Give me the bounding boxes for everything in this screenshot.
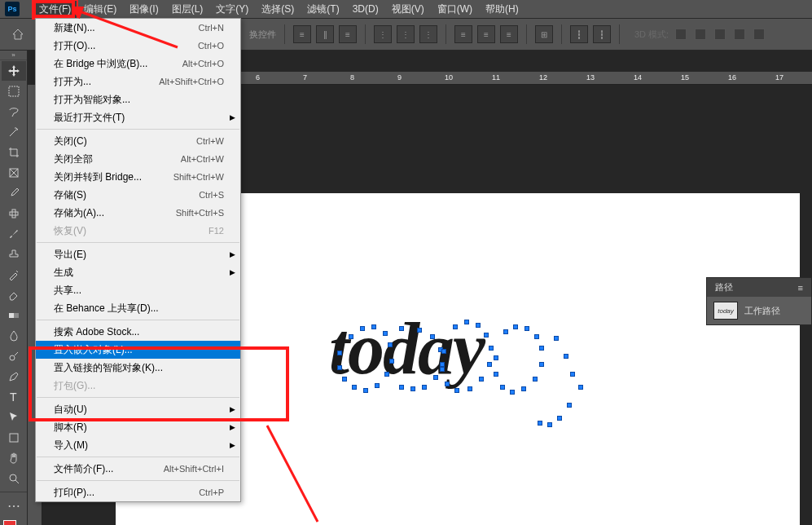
menu-select[interactable]: 选择(S) bbox=[255, 0, 301, 19]
menu-item[interactable]: 在 Bridge 中浏览(B)...Alt+Ctrl+O bbox=[36, 55, 240, 73]
menu-item[interactable]: 关闭(C)Ctrl+W bbox=[36, 132, 240, 150]
zoom-tool[interactable] bbox=[2, 469, 26, 488]
svg-rect-9 bbox=[10, 434, 18, 442]
menu-help[interactable]: 帮助(H) bbox=[479, 0, 525, 19]
align-btn[interactable]: ┇ bbox=[593, 25, 611, 43]
path-item-label: 工作路径 bbox=[744, 305, 780, 317]
menu-edit[interactable]: 编辑(E) bbox=[77, 0, 123, 19]
menu-item[interactable]: 文件简介(F)...Alt+Shift+Ctrl+I bbox=[36, 460, 240, 478]
svg-text:T: T bbox=[10, 390, 17, 404]
3d-icon[interactable] bbox=[695, 29, 706, 40]
shape-tool[interactable] bbox=[2, 428, 26, 448]
menu-view[interactable]: 视图(V) bbox=[385, 0, 431, 19]
menu-item[interactable]: 导出(E)▶ bbox=[36, 245, 240, 263]
menu-item[interactable]: 存储(S)Ctrl+S bbox=[36, 186, 240, 204]
panel-tab-paths[interactable]: 路径 ≡ bbox=[707, 278, 811, 297]
3d-icon[interactable] bbox=[753, 29, 765, 40]
menu-item[interactable]: 打印(P)...Ctrl+P bbox=[36, 483, 240, 501]
crop-tool[interactable] bbox=[2, 143, 26, 162]
menu-item: 打包(G)... bbox=[36, 377, 240, 395]
align-btn[interactable]: ┇ bbox=[570, 25, 588, 43]
svg-point-10 bbox=[10, 474, 16, 481]
menu-item[interactable]: 新建(N)...Ctrl+N bbox=[36, 19, 240, 37]
menu-item[interactable]: 共享... bbox=[36, 281, 240, 299]
gradient-tool[interactable] bbox=[2, 306, 26, 325]
frame-tool[interactable] bbox=[2, 163, 26, 183]
distribute-btn[interactable]: ⋮ bbox=[419, 25, 437, 43]
path-thumbnail: today bbox=[713, 302, 738, 320]
app-logo: Ps bbox=[5, 2, 20, 16]
svg-rect-3 bbox=[10, 212, 18, 215]
lasso-tool[interactable] bbox=[2, 102, 26, 121]
type-tool[interactable]: T bbox=[2, 387, 26, 407]
mode-3d-label: 3D 模式: bbox=[634, 29, 669, 41]
menu-item[interactable]: 关闭并转到 Bridge...Shift+Ctrl+W bbox=[36, 168, 240, 186]
menu-item[interactable]: 打开为...Alt+Shift+Ctrl+O bbox=[36, 73, 240, 90]
svg-marker-0 bbox=[13, 29, 23, 39]
paths-panel: 路径 ≡ today 工作路径 bbox=[706, 277, 812, 325]
eyedropper-tool[interactable] bbox=[2, 183, 26, 203]
menu-item[interactable]: 打开为智能对象... bbox=[36, 90, 240, 108]
dodge-tool[interactable] bbox=[2, 346, 26, 366]
path-item-row[interactable]: today 工作路径 bbox=[707, 297, 811, 324]
menu-item[interactable]: 在 Behance 上共享(D)... bbox=[36, 299, 240, 317]
toolbar-expand[interactable]: » bbox=[0, 51, 27, 60]
menu-item[interactable]: 导入(M)▶ bbox=[36, 436, 240, 454]
history-brush-tool[interactable] bbox=[2, 265, 26, 285]
blur-tool[interactable] bbox=[2, 326, 26, 346]
menu-item[interactable]: 置入嵌入对象(L)... bbox=[36, 341, 240, 359]
heal-tool[interactable] bbox=[2, 204, 26, 223]
edit-toolbar[interactable]: ⋯ bbox=[2, 496, 26, 515]
home-icon[interactable] bbox=[11, 28, 24, 41]
menu-item[interactable]: 最近打开文件(T)▶ bbox=[36, 108, 240, 126]
menu-file[interactable]: 文件(F) bbox=[33, 0, 77, 19]
menu-type[interactable]: 文字(Y) bbox=[209, 0, 255, 19]
menu-item: 恢复(V)F12 bbox=[36, 222, 240, 240]
move-tool[interactable] bbox=[2, 61, 26, 81]
wand-tool[interactable] bbox=[2, 122, 26, 142]
align-btn[interactable]: ≡ bbox=[477, 25, 495, 43]
distribute-btn[interactable]: ⋮ bbox=[397, 25, 415, 43]
menu-item[interactable]: 存储为(A)...Shift+Ctrl+S bbox=[36, 204, 240, 222]
menu-filter[interactable]: 滤镜(T) bbox=[301, 0, 345, 19]
path-select-tool[interactable] bbox=[2, 408, 26, 427]
tool-panel: » T ⋯ bbox=[0, 51, 28, 525]
menu-item[interactable]: 搜索 Adobe Stock... bbox=[36, 323, 240, 341]
menubar: 文件(F) 编辑(E) 图像(I) 图层(L) 文字(Y) 选择(S) 滤镜(T… bbox=[0, 0, 812, 18]
menu-3d[interactable]: 3D(D) bbox=[346, 1, 385, 17]
3d-icon[interactable] bbox=[734, 29, 745, 40]
align-btn[interactable]: ≡ bbox=[500, 25, 518, 43]
align-btn[interactable]: ≡ bbox=[293, 25, 311, 43]
canvas-text-today[interactable]: today bbox=[329, 307, 484, 390]
3d-icon[interactable] bbox=[714, 29, 726, 40]
menu-item[interactable]: 自动(U)▶ bbox=[36, 400, 240, 418]
menu-layer[interactable]: 图层(L) bbox=[165, 0, 210, 19]
svg-point-7 bbox=[10, 355, 15, 360]
panel-title: 路径 bbox=[715, 281, 733, 293]
align-btn[interactable]: ≡ bbox=[454, 25, 472, 43]
align-btn[interactable]: ‖ bbox=[316, 25, 334, 43]
eraser-tool[interactable] bbox=[2, 285, 26, 305]
marquee-tool[interactable] bbox=[2, 82, 26, 101]
pen-tool[interactable] bbox=[2, 367, 26, 386]
menu-item[interactable]: 生成▶ bbox=[36, 263, 240, 281]
align-btn[interactable]: ⊞ bbox=[535, 25, 553, 43]
color-swatches[interactable] bbox=[3, 520, 23, 525]
menu-item[interactable]: 打开(O)...Ctrl+O bbox=[36, 37, 240, 55]
align-btn[interactable]: ≡ bbox=[339, 25, 357, 43]
menu-window[interactable]: 窗口(W) bbox=[431, 0, 479, 19]
panel-menu-icon[interactable]: ≡ bbox=[798, 283, 803, 293]
brush-tool[interactable] bbox=[2, 224, 26, 244]
swap-controls-label: 换控件 bbox=[249, 29, 276, 41]
3d-icon[interactable] bbox=[675, 29, 687, 40]
menu-item[interactable]: 脚本(R)▶ bbox=[36, 418, 240, 436]
menu-image[interactable]: 图像(I) bbox=[123, 0, 165, 19]
menu-item[interactable]: 置入链接的智能对象(K)... bbox=[36, 359, 240, 377]
distribute-btn[interactable]: ⋮ bbox=[374, 25, 392, 43]
svg-rect-4 bbox=[12, 210, 15, 218]
stamp-tool[interactable] bbox=[2, 245, 26, 264]
fg-color-swatch[interactable] bbox=[3, 520, 16, 525]
menu-item[interactable]: 关闭全部Alt+Ctrl+W bbox=[36, 150, 240, 168]
svg-rect-1 bbox=[9, 86, 19, 96]
hand-tool[interactable] bbox=[2, 448, 26, 468]
